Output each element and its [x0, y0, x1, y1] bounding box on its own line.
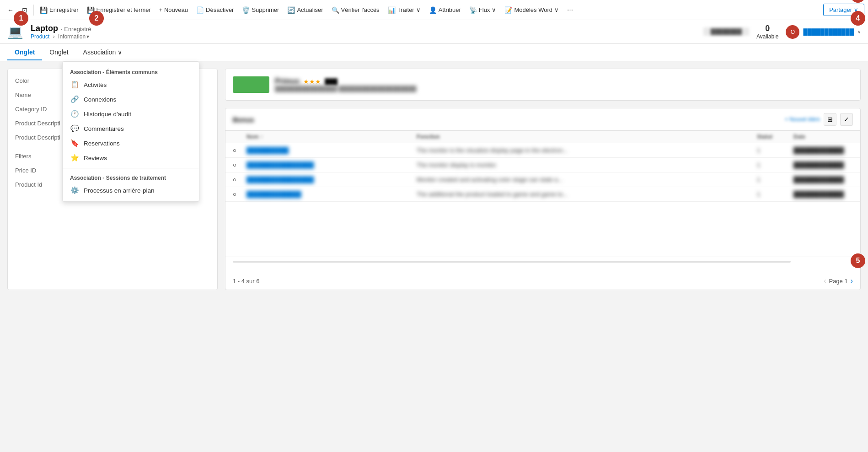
share-button[interactable]: Partager ∨ [823, 4, 864, 16]
deactivate-label: Désactiver [206, 6, 234, 13]
flux-button[interactable]: 📡 Flux ∨ [466, 4, 500, 16]
row-checkbox[interactable]: ○ [233, 147, 246, 154]
new-record-btn[interactable]: + Nouvel élém [785, 116, 820, 123]
next-page-btn[interactable]: › [851, 277, 853, 285]
save-close-button[interactable]: 💾 Enregistrer et fermer [83, 4, 155, 16]
dropdown-item-processus[interactable]: ⚙️ Processus en arrière-plan [63, 183, 199, 198]
word-models-button[interactable]: 📝 Modèles Word ∨ [501, 4, 563, 16]
save-close-label: Enregistrer et fermer [96, 6, 151, 13]
dropdown-item-commentaires[interactable]: 💬 Commentaires [63, 121, 199, 136]
deactivate-button[interactable]: 📄 Désactiver [193, 4, 237, 16]
table-header: Bonus + Nouvel élém ⊞ ✓ [225, 108, 860, 131]
new-button[interactable]: + Nouveau [155, 4, 192, 16]
table-grid-icon-btn[interactable]: ⊞ [824, 113, 836, 126]
save-close-icon: 💾 [87, 6, 95, 14]
flux-arrow: ∨ [492, 6, 496, 13]
row-checkbox[interactable]: ○ [233, 191, 246, 198]
row-date: ████████████ [793, 176, 853, 183]
row-name[interactable]: ████████████████ [246, 176, 417, 183]
tab-association[interactable]: Association ∨ [76, 45, 130, 60]
row-name[interactable]: ██████████ [246, 147, 417, 154]
dropdown-item-historique[interactable]: 🕐 Historique d'audit [63, 107, 199, 121]
breadcrumb-info-label: Information [58, 33, 86, 40]
breadcrumb-info-link[interactable]: Information ▾ [58, 33, 89, 40]
activites-label: Activités [84, 81, 107, 88]
extra-badge: ███ [325, 78, 338, 85]
header: 💻 Laptop · Enregistré Product › Informat… [0, 20, 868, 44]
word-arrow: ∨ [554, 6, 559, 13]
back-icon: ← [7, 6, 14, 14]
attribuer-button[interactable]: 👤 Attribuer [425, 4, 465, 16]
tab-2[interactable]: Onglet [42, 45, 75, 60]
row-checkbox[interactable]: ○ [233, 176, 246, 183]
owner-dropdown-arrow[interactable]: ∨ [857, 29, 861, 34]
flux-label: Flux [479, 6, 490, 13]
product-color-bar [233, 76, 269, 93]
table-row: ○ ██████████ The monitor is the visualiz… [225, 143, 860, 158]
dropdown-section1-header: Association - Éléments communs [63, 65, 199, 77]
row-checkbox[interactable]: ○ [233, 161, 246, 168]
table-actions: + Nouvel élém ⊞ ✓ [785, 113, 853, 126]
historique-icon: 🕐 [70, 110, 79, 118]
row-desc: The additional the product loaded to gam… [417, 191, 757, 198]
table-row: ○ █████████████ The additional the produ… [225, 187, 860, 202]
save-button[interactable]: 💾 Enregistrer [36, 4, 82, 16]
table-row: ○ ████████████████ The monitor display i… [225, 158, 860, 172]
dropdown-item-activites[interactable]: 📋 Activités [63, 77, 199, 92]
available-count: 0 [765, 24, 770, 33]
refresh-button[interactable]: 🔄 Actualiser [284, 4, 327, 16]
delete-icon: 🗑️ [242, 6, 250, 14]
available-badge: 0 Available [756, 24, 778, 40]
col-desc-header[interactable]: Fonction [417, 134, 757, 140]
col-date-header[interactable]: Date [793, 134, 853, 140]
col-status-header[interactable]: Statut [757, 134, 793, 140]
table-check-icon-btn[interactable]: ✓ [840, 113, 853, 126]
tab-assoc-arrow: ∨ [118, 48, 122, 56]
check-access-button[interactable]: 🔍 Vérifier l'accès [328, 4, 383, 16]
row-desc: Monitor created and activating color sta… [417, 176, 757, 183]
processus-label: Processus en arrière-plan [84, 187, 155, 194]
right-panel: Primus ★★★ ███ ████████████████ ████████… [225, 69, 861, 290]
more-button[interactable]: ⋯ [563, 4, 577, 16]
association-dropdown: Association - Éléments communs 📋 Activit… [62, 61, 199, 202]
share-label: Partager [829, 6, 852, 13]
traiter-button[interactable]: 📊 Traiter ∨ [384, 4, 424, 16]
more-label: ⋯ [567, 6, 573, 13]
row-name[interactable]: █████████████ [246, 191, 417, 198]
top-card: Primus ★★★ ███ ████████████████ ████████… [225, 69, 861, 101]
connexions-icon: 🔗 [70, 95, 79, 103]
row-date: ████████████ [793, 191, 853, 198]
check-icon: ✓ [844, 116, 849, 123]
scroll-bar[interactable] [233, 261, 791, 263]
dropdown-section2-header: Association - Sessions de traitement [63, 171, 199, 183]
breadcrumb-product-link[interactable]: Product [31, 33, 49, 40]
owner-name[interactable]: ████████████ [803, 28, 854, 35]
row-name[interactable]: ████████████████ [246, 161, 417, 168]
breadcrumb-dropdown-arrow[interactable]: ▾ [86, 33, 89, 40]
attribuer-label: Attribuer [439, 6, 461, 13]
availability-bar: ████████ [703, 27, 749, 36]
tab-assoc-label: Association [83, 48, 116, 56]
prev-page-btn[interactable]: ‹ [824, 277, 826, 285]
pagination-info: 1 - 4 sur 6 [233, 278, 260, 285]
reviews-icon: ⭐ [70, 154, 79, 162]
avatar: O [786, 25, 799, 39]
top-card-content: Primus ★★★ ███ ████████████████ ████████… [275, 77, 416, 92]
reviews-label: Reviews [84, 155, 107, 161]
delete-button[interactable]: 🗑️ Supprimer [238, 4, 283, 16]
row-date: ████████████ [793, 161, 853, 168]
grid-icon: ⊞ [827, 116, 833, 123]
dropdown-item-connexions[interactable]: 🔗 Connexions [63, 92, 199, 107]
row-status: 1 [757, 176, 793, 183]
activites-icon: 📋 [70, 81, 79, 89]
top-card-title: Primus [275, 77, 300, 86]
row-status: 1 [757, 147, 793, 154]
dropdown-item-reservations[interactable]: 🔖 Reservations [63, 136, 199, 151]
tab-1[interactable]: Onglet [7, 45, 42, 60]
expand-button[interactable]: ⊡ [18, 4, 31, 16]
save-label: Enregistrer [49, 6, 79, 13]
col-name-header[interactable]: Nom ↑ [246, 134, 417, 140]
back-button[interactable]: ← [4, 4, 17, 16]
dropdown-item-reviews[interactable]: ⭐ Reviews [63, 151, 199, 165]
owner-area[interactable]: O ████████████ ∨ [786, 25, 861, 39]
